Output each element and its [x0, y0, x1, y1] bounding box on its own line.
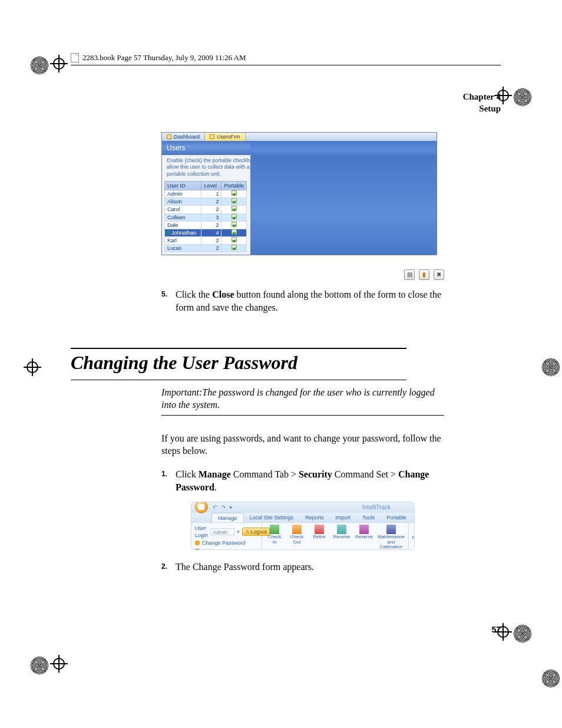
step-5: 5. Click the Close button found along th…	[161, 288, 444, 314]
ribbon-tab-tools[interactable]: Tools	[356, 513, 381, 522]
chapter-number: Chapter 4	[71, 91, 501, 103]
user-login-label: User Login	[195, 525, 208, 539]
tab-dashboard[interactable]: Dashboard	[162, 133, 205, 141]
ribbon-tab-local-site-settings[interactable]: Local Site Settings	[244, 513, 300, 522]
ribbon-tab-reports[interactable]: Reports	[299, 513, 330, 522]
quick-access-toolbar: ↶ ↷ ▾	[213, 503, 232, 512]
ribbon-button-issues[interactable]: Issues	[412, 525, 415, 541]
ribbon-button-check-out[interactable]: CheckOut	[288, 525, 306, 545]
quit-icon	[195, 549, 200, 551]
col-level[interactable]: Level	[201, 181, 222, 190]
book-header-text: 2283.book Page 57 Thursday, July 9, 2009…	[82, 53, 246, 62]
step-2: 2. The Change Password form appears.	[161, 561, 444, 574]
step-text: The Change Password form appears.	[176, 562, 314, 572]
group-stock: IssuesReceipts Stock	[409, 523, 415, 549]
registration-mark	[514, 625, 531, 643]
portable-checkbox[interactable]	[232, 229, 237, 235]
office-orb-icon[interactable]	[195, 502, 208, 513]
portable-checkbox[interactable]	[232, 214, 237, 219]
table-row[interactable]: Dale2	[165, 221, 247, 229]
ribbon-tab-portable[interactable]: Portable	[381, 513, 412, 522]
chapter-title: Setup	[71, 103, 501, 115]
receive-icon	[337, 525, 346, 534]
group-security: User Login Admin ▾ ⚠ Logout Change Passw…	[191, 523, 262, 549]
logout-icon: ⚠	[245, 528, 250, 535]
ribbon-tab-strip: ManageLocal Site SettingsReportsImportTo…	[191, 513, 414, 522]
important-note: Important:The password is changed for th…	[161, 386, 444, 416]
check-in-icon	[270, 525, 279, 534]
crop-mark	[24, 358, 41, 376]
list-view-button[interactable]: ▤	[404, 269, 415, 280]
tab-icon	[210, 134, 214, 139]
col-userid[interactable]: User ID	[165, 181, 201, 190]
registration-mark	[514, 88, 531, 106]
users-form-screenshot: Dashboard UsersFrm Users Enable (check) …	[161, 132, 437, 255]
ribbon-tab-import[interactable]: Import	[330, 513, 357, 522]
portable-checkbox[interactable]	[232, 222, 237, 227]
step-number: 5.	[161, 289, 167, 299]
page-icon	[71, 53, 79, 62]
tab-usersfrm[interactable]: UsersFrm	[205, 133, 246, 141]
ribbon-button-reserve[interactable]: Reserve	[355, 525, 373, 539]
crop-mark	[50, 55, 68, 73]
section-heading: Changing the User Password	[71, 348, 406, 380]
qat-dropdown-icon[interactable]: ▾	[229, 503, 232, 512]
portable-checkbox[interactable]	[232, 198, 237, 203]
close-button[interactable]: ✖	[434, 269, 444, 280]
registration-mark	[31, 657, 48, 674]
page-number: 57	[491, 625, 501, 634]
step-number: 1.	[161, 469, 167, 479]
undo-icon[interactable]: ↶	[213, 503, 217, 512]
portable-checkbox[interactable]	[232, 245, 237, 250]
table-row[interactable]: Johnathan4	[165, 229, 247, 236]
table-row[interactable]: Colleen3	[165, 213, 247, 221]
group-checkin: CheckInCheckOutRetireReceiveReserveMaint…	[262, 523, 409, 549]
redo-icon[interactable]: ↷	[221, 503, 226, 512]
registration-mark	[542, 670, 560, 687]
table-row[interactable]: Admin1	[165, 190, 247, 198]
group-label: Stock	[412, 542, 415, 549]
ribbon-button-check-in[interactable]: CheckIn	[266, 525, 283, 545]
intro-paragraph: If you are using passwords, and want to …	[161, 432, 444, 457]
table-row[interactable]: Karl2	[165, 236, 247, 244]
user-login-field[interactable]: Admin	[210, 528, 234, 535]
dropdown-icon[interactable]: ▾	[237, 528, 240, 535]
step-1: 1. Click Manage Command Tab > Security C…	[161, 468, 444, 493]
ribbon-button-retire[interactable]: Retire	[310, 525, 328, 539]
book-header: 2283.book Page 57 Thursday, July 9, 2009…	[71, 53, 501, 65]
step-number: 2.	[161, 562, 167, 571]
portable-checkbox[interactable]	[232, 190, 237, 196]
app-title: IntelliTrack	[362, 503, 391, 512]
maintenance-and-calibration-icon	[386, 525, 396, 534]
crop-mark	[50, 655, 68, 673]
key-icon	[195, 541, 200, 545]
chapter-heading: Chapter 4 Setup	[71, 91, 501, 114]
table-row[interactable]: Lucas2	[165, 245, 247, 252]
change-password-button[interactable]: Change Password	[195, 539, 258, 546]
sheet-button[interactable]: ▮	[419, 269, 429, 280]
check-out-icon	[292, 525, 302, 534]
form-footer-toolbar: ▤ ▮ ✖	[161, 267, 444, 280]
table-row[interactable]: Alison2	[165, 198, 247, 206]
table-row[interactable]: Carol2	[165, 206, 247, 213]
ribbon-tab-manage[interactable]: Manage	[211, 513, 244, 522]
tab-bar: Dashboard UsersFrm	[162, 133, 437, 141]
registration-mark	[31, 57, 48, 74]
portable-checkbox[interactable]	[232, 237, 237, 242]
step-text: Click the Close button found along the b…	[176, 289, 441, 312]
step-text: Click Manage Command Tab > Security Comm…	[176, 469, 429, 492]
ribbon-button-receive[interactable]: Receive	[333, 525, 351, 539]
users-table: User ID Level Portable Admin1Alison2Caro…	[164, 181, 247, 252]
quit-button[interactable]: Quit	[195, 548, 258, 551]
ribbon-screenshot: ↶ ↷ ▾ IntelliTrack ManageLocal Site Sett…	[191, 502, 415, 550]
retire-icon	[315, 525, 324, 534]
col-portable[interactable]: Portable	[222, 181, 247, 190]
reserve-icon	[359, 525, 369, 534]
portable-checkbox[interactable]	[232, 206, 237, 211]
tab-icon	[167, 134, 171, 139]
ribbon-button-maintenance-and-calibration[interactable]: Maintenanceand Calibration	[378, 525, 405, 549]
registration-mark	[542, 358, 560, 376]
group-label: Check In	[266, 549, 405, 550]
